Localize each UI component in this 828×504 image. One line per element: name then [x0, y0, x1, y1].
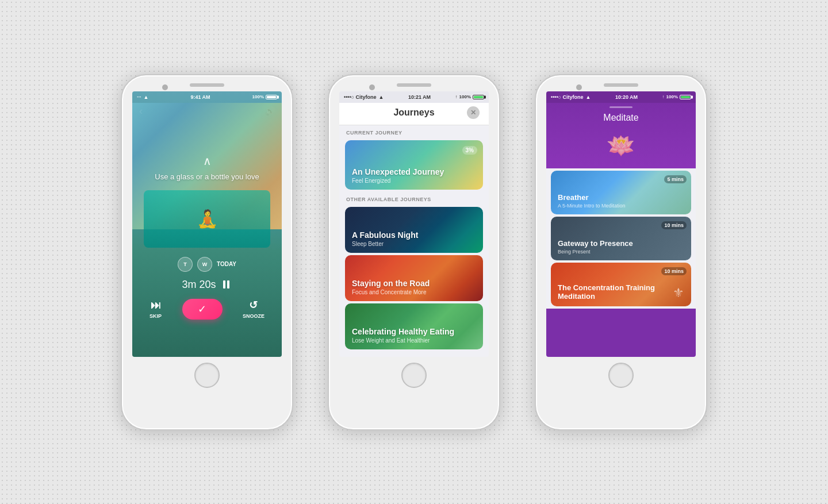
journey-card-3[interactable]: Celebrating Healthy Eating Lose Weight a…	[345, 303, 483, 349]
day-t: T	[178, 257, 193, 272]
card3-duration: 10 mins	[661, 267, 687, 275]
phone2-battery-text: 100%	[459, 94, 471, 99]
journey-1-content: A Fabulous Night Sleep Better	[352, 230, 418, 247]
phone3-home-button[interactable]	[608, 363, 634, 388]
phone3-battery-fill	[681, 96, 690, 98]
phone1-speaker	[190, 83, 224, 87]
today-label: TODAY	[217, 261, 236, 267]
phone3-time: 10:20 AM	[615, 94, 638, 100]
meditate-title: Meditate	[603, 113, 638, 123]
phone1-camera	[162, 84, 168, 90]
card1-duration: 5 mins	[664, 175, 687, 183]
card1-content: Breather A 5-Minute Intro to Meditation	[558, 193, 626, 209]
phone2-wifi-icon: ▲	[379, 94, 384, 100]
phone3-arrow: ↑	[662, 94, 665, 99]
phone1-status-left: ··· ▲	[137, 94, 148, 100]
phone3-status-left: ••••○ Cityfone ▲	[551, 94, 591, 100]
journey-2-subtitle: Focus and Concentrate More	[352, 289, 430, 295]
snooze-control[interactable]: ↺ SNOOZE	[243, 299, 264, 319]
card2-subtitle: Being Present	[558, 249, 633, 255]
phone2-time: 10:21 AM	[408, 94, 431, 100]
phone2-screen: ••••○ Cityfone ▲ 10:21 AM ↑ 100% Journey…	[339, 91, 489, 357]
header-indicator	[610, 106, 632, 108]
phone1-battery-text: 100%	[252, 94, 264, 99]
card3-title: The Concentration Training Meditation	[558, 283, 691, 301]
meditate-cards: 5 mins Breather A 5-Minute Intro to Medi…	[546, 168, 696, 309]
phone1-wifi-icon: ▲	[144, 94, 149, 100]
phone2-status-left: ••••○ Cityfone ▲	[344, 94, 384, 100]
days-tracker: T W TODAY	[178, 257, 236, 272]
card2-duration: 10 mins	[661, 221, 687, 229]
phone3-camera	[576, 84, 582, 90]
close-button[interactable]: ✕	[467, 106, 480, 119]
journey-3-content: Celebrating Healthy Eating Lose Weight a…	[352, 327, 454, 344]
timer-text: 3m 20s	[182, 279, 216, 291]
phone1-home-button[interactable]	[194, 363, 220, 388]
phone1-battery-fill	[267, 96, 276, 98]
phone1-status-right: 100%	[252, 94, 277, 99]
pause-button[interactable]	[221, 279, 232, 290]
pause-bar-1	[223, 280, 225, 288]
journey-2-content: Staying on the Road Focus and Concentrat…	[352, 279, 430, 295]
card1-title: Breather	[558, 193, 626, 202]
phone2-speaker	[397, 83, 431, 87]
skip-control[interactable]: ⏭ SKIP	[150, 299, 162, 319]
skip-icon: ⏭	[151, 299, 161, 311]
card2-content: Gateway to Presence Being Present	[558, 239, 633, 255]
journey-1-title: A Fabulous Night	[352, 230, 418, 240]
phone3-carrier: ••••○ Cityfone	[551, 94, 584, 100]
phone2-battery-fill	[474, 96, 483, 98]
timer-display: 3m 20s	[182, 279, 232, 291]
card1-subtitle: A 5-Minute Intro to Meditation	[558, 203, 626, 209]
phone3-battery-text: 100%	[666, 94, 678, 99]
current-journey-label: CURRENT JOURNEY	[339, 125, 489, 138]
phone1-status-bar: ··· ▲ 9:41 AM 100%	[132, 91, 282, 103]
check-button[interactable]: ✓	[182, 299, 223, 320]
phone2-camera	[369, 84, 375, 90]
pause-bar-2	[227, 280, 229, 288]
journey-2-title: Staying on the Road	[352, 279, 430, 288]
phone3-wifi-icon: ▲	[586, 94, 591, 100]
phone2: ••••○ Cityfone ▲ 10:21 AM ↑ 100% Journey…	[328, 74, 500, 430]
snooze-label: SNOOZE	[243, 313, 264, 319]
meditate-card-3[interactable]: 10 mins The Concentration Training Medit…	[551, 263, 691, 306]
skip-label: SKIP	[150, 313, 162, 319]
meditate-card-2[interactable]: 10 mins Gateway to Presence Being Presen…	[551, 217, 691, 260]
phone1-battery-icon	[266, 95, 277, 99]
phone3-status-right: ↑ 100%	[662, 94, 691, 99]
current-journey-card[interactable]: An Unexpected Journey Feel Energized 3%	[345, 140, 483, 190]
journeys-title: Journeys	[361, 107, 467, 118]
instruction-text: Use a glass or a bottle you love	[143, 172, 270, 181]
phone3-speaker	[604, 83, 638, 87]
journey-card-1[interactable]: A Fabulous Night Sleep Better	[345, 207, 483, 253]
phone2-home-button[interactable]	[401, 363, 427, 388]
day-w: W	[197, 257, 212, 272]
current-journey-subtitle: Feel Energized	[352, 178, 444, 184]
current-journey-title: An Unexpected Journey	[352, 167, 444, 176]
phone1-content: ∧ Use a glass or a bottle you love 🧘 T W…	[132, 120, 282, 320]
current-journey-content: An Unexpected Journey Feel Energized	[352, 167, 444, 184]
player-controls: ⏭ SKIP ✓ ↺ SNOOZE	[144, 299, 270, 320]
phone2-status-right: ↑ 100%	[455, 94, 484, 99]
phone3-battery-icon	[680, 95, 691, 99]
meditation-figure: 🧘	[197, 209, 218, 229]
journey-card-2[interactable]: Staying on the Road Focus and Concentrat…	[345, 255, 483, 301]
phone2-battery-icon	[473, 95, 484, 99]
journey-3-subtitle: Lose Weight and Eat Healthier	[352, 337, 454, 344]
card3-content: The Concentration Training Meditation	[558, 283, 691, 301]
phone3-screen: ••••○ Cityfone ▲ 10:20 AM ↑ 100% Meditat…	[546, 91, 696, 357]
phone3-status-bar: ••••○ Cityfone ▲ 10:20 AM ↑ 100%	[546, 91, 696, 103]
expand-icon[interactable]: ∧	[203, 154, 212, 168]
journey-1-subtitle: Sleep Better	[352, 241, 418, 247]
phone1: ··· ▲ 9:41 AM 100% ‹ 🔊 ∧ Use a glass or …	[121, 74, 293, 430]
phone1-screen: ··· ▲ 9:41 AM 100% ‹ 🔊 ∧ Use a glass or …	[132, 91, 282, 357]
phone1-dots: ···	[137, 94, 141, 100]
current-journey-progress: 3%	[462, 146, 477, 155]
journey-3-title: Celebrating Healthy Eating	[352, 327, 454, 336]
snooze-icon: ↺	[249, 299, 258, 311]
phone2-arrow: ↑	[455, 94, 458, 99]
meditate-header: Meditate 🪷	[546, 103, 696, 168]
phone1-time: 9:41 AM	[190, 94, 210, 100]
lotus-icon: 🪷	[607, 132, 635, 159]
meditate-card-1[interactable]: 5 mins Breather A 5-Minute Intro to Medi…	[551, 171, 691, 214]
